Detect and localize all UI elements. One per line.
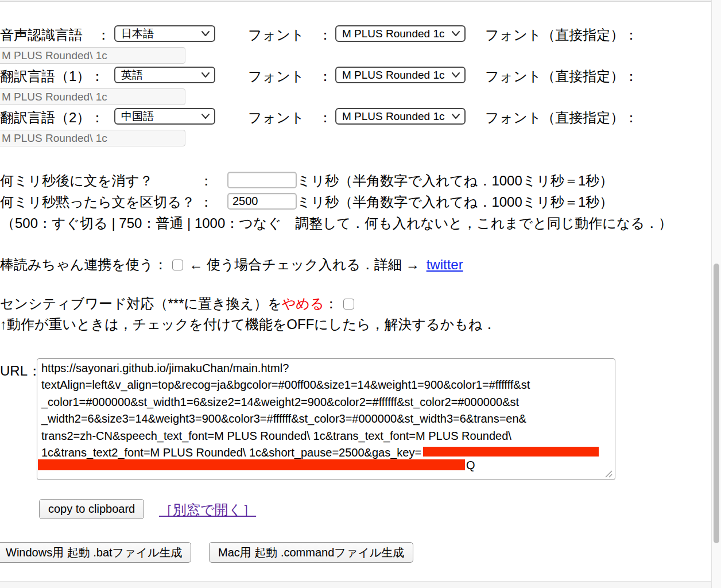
- clear-ms-colon: ：: [199, 172, 213, 189]
- bouyomi-row: 棒読みちゃん連携を使う： ← 使う場合チェック入れる．詳細 → twitter: [0, 256, 463, 274]
- translate2-language-select[interactable]: 中国語: [114, 108, 215, 125]
- translate2-font-label: フォント ：: [248, 109, 332, 126]
- redacted-visible-fragment: Q: [466, 459, 475, 472]
- speech-font-select[interactable]: M PLUS Rounded 1c: [335, 25, 466, 42]
- sensitive-row: センシティブワード対応（***に置き換え）を やめる ：: [0, 295, 354, 313]
- translate1-language-select-value: 英語: [121, 68, 143, 83]
- chevron-down-icon: [201, 114, 210, 119]
- translate1-language-select[interactable]: 英語: [114, 67, 215, 83]
- mac-command-generate-button[interactable]: Mac用 起動 .commandファイル生成: [209, 542, 413, 563]
- clear-ms-input[interactable]: [227, 172, 297, 188]
- translate2-font-select-value: M PLUS Rounded 1c: [342, 110, 445, 123]
- chevron-down-icon: [452, 31, 460, 36]
- open-in-new-window-link[interactable]: ［別窓で開く］: [159, 501, 256, 519]
- bouyomi-note: ← 使う場合チェック入れる．詳細 →: [189, 256, 419, 274]
- translate2-font-direct-label: フォント（直接指定）：: [485, 109, 638, 126]
- speech-language-select-value: 日本語: [121, 26, 154, 41]
- translate2-font-direct-input[interactable]: [0, 130, 185, 146]
- speech-font-select-value: M PLUS Rounded 1c: [342, 28, 445, 40]
- redaction-bar: [423, 447, 599, 457]
- copy-to-clipboard-button[interactable]: copy to clipboard: [39, 499, 144, 519]
- twitter-link[interactable]: twitter: [427, 257, 463, 273]
- pause-ms-input[interactable]: [227, 193, 297, 210]
- chevron-down-icon: [452, 114, 460, 119]
- translate1-font-select-value: M PLUS Rounded 1c: [342, 69, 445, 82]
- translate1-font-select[interactable]: M PLUS Rounded 1c: [335, 67, 466, 83]
- windows-bat-generate-button[interactable]: Windows用 起動 .batファイル生成: [0, 542, 191, 563]
- pause-ms-unit-note: ミリ秒（半角数字で入れてね．1000ミリ秒＝1秒）: [297, 194, 613, 211]
- settings-page: 音声認識言語 ： 日本語 フォント ： M PLUS Rounded 1c フォ…: [0, 0, 721, 588]
- speech-language-select[interactable]: 日本語: [114, 25, 215, 42]
- clear-ms-unit-note: ミリ秒（半角数字で入れてね．1000ミリ秒＝1秒）: [297, 172, 613, 189]
- translate1-font-direct-input[interactable]: [0, 88, 185, 105]
- sensitive-hint: ↑動作が重いときは，チェックを付けて機能をOFFにしたら，解決するかもね．: [0, 316, 496, 333]
- bottom-divider: [0, 581, 711, 588]
- speech-font-direct-label: フォント（直接指定）：: [485, 26, 638, 44]
- textarea-resize-grip[interactable]: [603, 469, 613, 480]
- pause-ms-colon: ：: [199, 194, 213, 211]
- translate2-language-select-value: 中国語: [121, 109, 154, 124]
- chevron-down-icon: [201, 72, 210, 78]
- sensitive-colon: ：: [324, 295, 338, 313]
- sensitive-off-checkbox[interactable]: [343, 299, 354, 310]
- url-label: URL：: [0, 362, 41, 380]
- bouyomi-checkbox[interactable]: [172, 260, 183, 270]
- sensitive-action-label: やめる: [282, 295, 324, 313]
- top-divider: [0, 1, 711, 2]
- pause-ms-label: 何ミリ秒黙ったら文を区切る？: [0, 194, 195, 211]
- chevron-down-icon: [201, 31, 210, 36]
- vertical-scrollbar-thumb[interactable]: [714, 264, 719, 543]
- pause-hint: （500：すぐ切る | 750：普通 | 1000：つなぐ 調整して．何も入れな…: [1, 215, 672, 232]
- translate2-font-select[interactable]: M PLUS Rounded 1c: [335, 108, 466, 125]
- sensitive-label: センシティブワード対応（***に置き換え）を: [0, 295, 282, 313]
- clear-ms-label: 何ミリ秒後に文を消す？: [0, 172, 153, 189]
- translate1-font-direct-label: フォント（直接指定）：: [485, 68, 638, 85]
- chevron-down-icon: [452, 72, 460, 78]
- translate1-font-label: フォント ：: [248, 68, 332, 85]
- translate1-language-label: 翻訳言語（1）：: [0, 68, 104, 85]
- speech-font-direct-input[interactable]: [0, 47, 185, 64]
- bouyomi-label: 棒読みちゃん連携を使う：: [0, 256, 167, 274]
- speech-language-label: 音声認識言語 ：: [0, 26, 110, 44]
- redaction-bar: [38, 459, 465, 470]
- translate2-language-label: 翻訳言語（2）：: [0, 109, 104, 126]
- speech-font-label: フォント ：: [248, 26, 332, 44]
